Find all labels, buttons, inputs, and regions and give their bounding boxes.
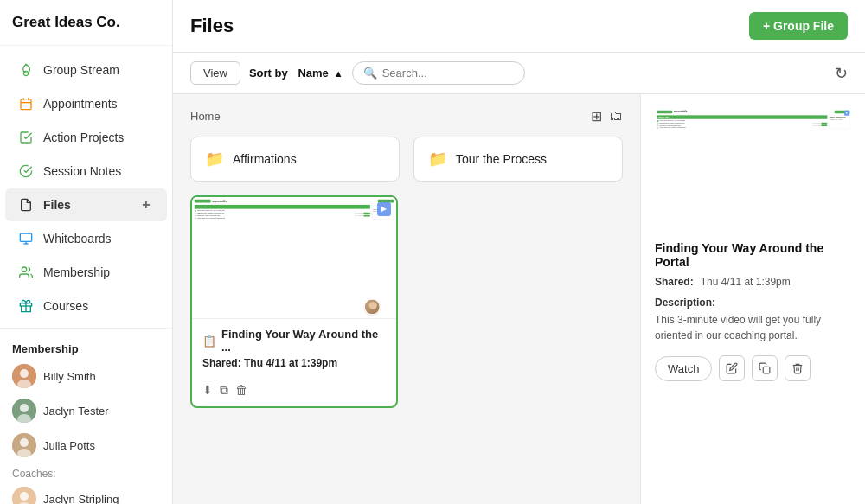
folder-icon: 📁	[428, 150, 447, 169]
sidebar-item-whiteboards[interactable]: Whiteboards	[5, 222, 167, 255]
sidebar-member-billy-smith[interactable]: Billy Smith	[0, 359, 172, 393]
watch-button[interactable]: Watch	[655, 356, 712, 381]
svg-point-14	[20, 404, 29, 412]
view-button[interactable]: View	[190, 61, 240, 85]
sort-value: Name	[298, 67, 328, 80]
sidebar-divider	[0, 328, 172, 329]
coach-name-jaclyn-stripling: Jaclyn Stripling	[43, 493, 119, 505]
sidebar-item-files[interactable]: Files +	[5, 188, 167, 221]
check-circle-icon	[17, 163, 35, 180]
sidebar-item-label: Files	[43, 198, 71, 212]
grid-view-icon[interactable]: ⊞	[591, 108, 602, 124]
flame-icon	[17, 61, 35, 79]
delete-icon[interactable]: 🗑	[235, 383, 247, 398]
avatar-julia-potts	[12, 433, 36, 457]
svg-marker-26	[846, 112, 848, 114]
sidebar-member-jaclyn-tester[interactable]: Jaclyn Tester	[0, 393, 172, 428]
folder-icon: 📁	[205, 150, 224, 169]
avatar-jaclyn-stripling	[12, 487, 36, 504]
edit-icon-btn[interactable]	[719, 355, 745, 381]
search-bar[interactable]: 🔍	[352, 61, 525, 85]
search-input[interactable]	[382, 67, 514, 80]
membership-section-title: Membership	[0, 334, 172, 359]
file-preview: accountable What's New Action item added…	[192, 197, 396, 318]
refresh-icon[interactable]: ↻	[835, 64, 848, 83]
breadcrumb-actions: ⊞ 🗂	[591, 108, 623, 124]
folder-name: Tour the Process	[456, 152, 547, 166]
folder-affirmations[interactable]: 📁 Affirmations	[190, 137, 400, 182]
toolbar: View Sort by Name ▲ 🔍 ↻	[173, 53, 865, 94]
svg-point-11	[20, 369, 29, 378]
add-file-button[interactable]: +	[138, 196, 155, 214]
file-doc-icon: 📋	[202, 335, 216, 348]
sidebar-item-label: Action Projects	[43, 131, 124, 144]
content-area: Home ⊞ 🗂 📁 Affirmations 📁 Tour the Proce…	[173, 94, 865, 504]
file-name: 📋 Finding Your Way Around the ...	[202, 328, 386, 354]
folder-tour-process[interactable]: 📁 Tour the Process	[413, 137, 623, 182]
detail-panel: accountable What's New Action item added…	[640, 94, 865, 504]
sidebar-member-julia-potts[interactable]: Julia Potts	[0, 428, 172, 463]
sidebar-item-label: Membership	[43, 265, 110, 279]
folder-name: Affirmations	[233, 152, 297, 166]
detail-description-label: Description:	[655, 297, 851, 309]
app-logo: Great Ideas Co.	[0, 0, 172, 46]
detail-description: This 3-minute video will get you fully o…	[655, 312, 851, 343]
file-card-finding-your-way[interactable]: accountable What's New Action item added…	[190, 195, 398, 408]
svg-point-17	[20, 438, 29, 447]
page-title: Files	[190, 15, 739, 37]
detail-meta: Shared: Thu 4/11 at 1:39pm	[655, 276, 851, 288]
avatar-jaclyn-tester	[12, 399, 36, 423]
avatar-billy-smith	[12, 364, 36, 388]
sidebar-item-group-stream[interactable]: Group Stream	[5, 54, 167, 86]
detail-actions: Watch	[655, 355, 851, 381]
file-actions: ⬇ ⧉ 🗑	[192, 378, 396, 406]
svg-marker-25	[381, 207, 387, 212]
sidebar: Great Ideas Co. Group Stream Appointment…	[0, 0, 173, 504]
detail-shared-label: Shared:	[655, 276, 694, 288]
detail-preview: accountable What's New Action item added…	[655, 108, 851, 229]
users-icon	[17, 264, 35, 281]
add-folder-icon[interactable]: 🗂	[609, 108, 623, 124]
sidebar-item-action-projects[interactable]: Action Projects	[5, 121, 167, 154]
sidebar-item-label: Courses	[43, 299, 88, 313]
file-info: 📋 Finding Your Way Around the ... Shared…	[192, 318, 396, 378]
sidebar-item-courses[interactable]: Courses	[5, 290, 167, 322]
member-name-billy-smith: Billy Smith	[43, 370, 96, 383]
copy-icon[interactable]: ⧉	[220, 383, 228, 398]
main-header: Files + Group File	[173, 0, 865, 53]
svg-rect-27	[764, 367, 771, 373]
detail-shared-date: Thu 4/11 at 1:39pm	[701, 276, 851, 288]
sidebar-item-appointments[interactable]: Appointments	[5, 87, 167, 120]
svg-point-20	[20, 492, 29, 501]
sidebar-item-label: Group Stream	[43, 63, 119, 77]
sort-control[interactable]: Sort by Name ▲	[249, 67, 343, 80]
monitor-icon	[17, 230, 35, 247]
search-icon: 🔍	[363, 67, 377, 80]
sidebar-item-label: Whiteboards	[43, 232, 112, 246]
member-name-jaclyn-tester: Jaclyn Tester	[43, 405, 109, 418]
gift-icon	[17, 297, 35, 315]
breadcrumb-path[interactable]: Home	[190, 110, 221, 123]
sidebar-item-label: Session Notes	[43, 164, 121, 178]
sidebar-member-jaclyn-stripling[interactable]: Jaclyn Stripling	[0, 482, 172, 504]
sort-chevron-icon: ▲	[334, 68, 343, 79]
member-name-julia-potts: Julia Potts	[43, 439, 95, 452]
calendar-icon	[17, 95, 35, 112]
sidebar-item-membership[interactable]: Membership	[5, 256, 167, 289]
coaches-label: Coaches:	[0, 463, 172, 482]
svg-rect-4	[20, 233, 31, 241]
breadcrumb: Home ⊞ 🗂	[190, 108, 623, 124]
group-file-button[interactable]: + Group File	[749, 12, 848, 40]
sidebar-item-session-notes[interactable]: Session Notes	[5, 155, 167, 188]
detail-title: Finding Your Way Around the Portal	[655, 241, 851, 269]
copy-link-icon-btn[interactable]	[752, 355, 778, 381]
delete-icon-btn[interactable]	[785, 355, 811, 381]
svg-rect-0	[21, 99, 31, 110]
sidebar-nav: Group Stream Appointments Action Project…	[0, 46, 172, 504]
svg-point-7	[22, 267, 26, 271]
files-icon	[17, 196, 35, 214]
check-square-icon	[17, 129, 35, 146]
download-icon[interactable]: ⬇	[202, 383, 213, 398]
sort-label-text: Sort by	[249, 67, 288, 80]
folders-row: 📁 Affirmations 📁 Tour the Process	[190, 137, 623, 182]
